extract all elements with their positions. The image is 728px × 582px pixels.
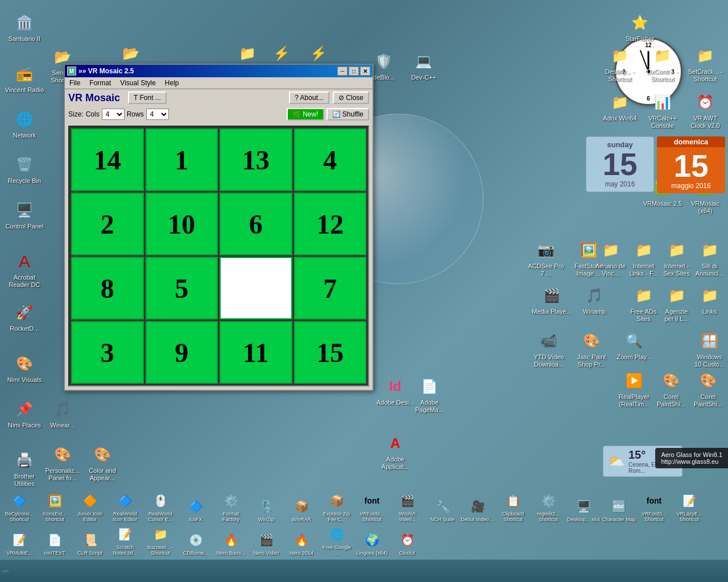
desktop-icon-personalize[interactable]: 🎨 Personaliz... Panel fo... [43, 443, 82, 482]
desktop-icon-mediaplayer[interactable]: 🎬 Media Playe... [532, 284, 572, 315]
desktop-icon-internet-sex[interactable]: 📁 Internet - Sex Sites [661, 239, 692, 277]
menu-visual-style[interactable]: Visual Style [118, 78, 158, 88]
desktop-icon-zoom[interactable]: 🔍 Zoom Play... [614, 330, 654, 368]
bi-nero2014[interactable]: 🔥 Nero 2014 [284, 530, 318, 556]
tile-4[interactable]: 4 [294, 128, 367, 191]
desktop-icon-network[interactable]: 🌐 Network [5, 108, 44, 139]
desktop-icon-vrcalc[interactable]: 📊 VRCalc++ Console [643, 91, 682, 130]
menu-file[interactable]: File [67, 78, 82, 88]
menu-help[interactable]: Help [163, 78, 181, 88]
bi-context[interactable]: 📄 conTEXT [38, 530, 72, 556]
tile-5[interactable]: 5 [146, 257, 218, 319]
desktop-icon-nimi-places[interactable]: 📌 Nimi Places [5, 398, 44, 429]
new-button[interactable]: 🌿 New! [287, 108, 324, 120]
desktop-icon-ytd[interactable]: 📹 YTD Video Downloa... [529, 330, 569, 368]
tile-12[interactable]: 12 [294, 193, 367, 255]
bi-clipboard[interactable]: 📋 Clipboard Shortcut [496, 490, 530, 523]
desktop-icon-adrix[interactable]: 📁 Adrix Win64 [600, 91, 640, 130]
desktop-icon-top4[interactable]: ⚡ [299, 42, 338, 66]
bi-winavi[interactable]: 🎬 WinAVI Video... [390, 490, 424, 523]
bi-becyl[interactable]: 🔷 BeCylcons... Shortcut [2, 490, 36, 523]
desktop-icon-corel1[interactable]: 🎨 Corel PaintShi... [654, 369, 688, 408]
bi-regedit[interactable]: ⚙️ regedit2... Shortcut [531, 490, 565, 523]
desktop-icon-nimi-visuals[interactable]: 🎨 Nimi Visuals [5, 352, 44, 384]
tile-9[interactable]: 9 [146, 321, 218, 384]
desktop-icon-starfisher[interactable]: ⭐ StarFisher [620, 11, 660, 43]
tile-7[interactable]: 7 [294, 257, 367, 319]
desktop-icon-setcrack[interactable]: 📁 SetCrack... - Shortcut [685, 44, 725, 83]
desktop-icon-agenzie[interactable]: 📁 Agenzie per il L... [661, 284, 692, 323]
desktop-icon-jasc[interactable]: 🎨 Jasc Paint Shop Pr... [572, 330, 611, 368]
tile-10[interactable]: 10 [146, 193, 218, 255]
tile-11[interactable]: 11 [220, 321, 292, 384]
desktop-icon-top1[interactable]: 📂 [111, 42, 151, 66]
about-button[interactable]: ? About... [289, 92, 329, 104]
tile-15[interactable]: 15 [294, 321, 367, 384]
desktop-icon-winear[interactable]: 🎵 Winear... [43, 398, 82, 429]
bi-nero-burning[interactable]: 🔥 Nero Burni... [214, 530, 248, 556]
tile-8[interactable]: 8 [71, 257, 144, 319]
desktop-icon-acrobat[interactable]: A Acrobat Reader DC [5, 250, 44, 289]
desktop-icon-win10custom[interactable]: 🪟 Windows 10 Custo... [694, 330, 725, 368]
bi-nch[interactable]: 🔧 NCH Suite [425, 496, 460, 523]
bi-junior[interactable]: 🔶 Junior Icon Editor [73, 490, 107, 523]
desktop-icon-color[interactable]: 🎨 Color and Appear... [82, 443, 122, 482]
bi-vrfonts[interactable]: font VRFonts... Shortcut [355, 490, 389, 523]
tile-2[interactable]: 2 [71, 193, 144, 255]
shuffle-button[interactable]: 🔄 Shuffle [326, 108, 369, 120]
bi-buzzword[interactable]: 📁 buzzwor... - Shortcut [143, 524, 177, 556]
desktop-icon-acdsee[interactable]: 📷 ACDSee Pro 7 ... [526, 239, 566, 277]
font-button[interactable]: T Font ... [128, 92, 167, 104]
bi-scratch[interactable]: 📝 Scratch Notes.txt... [108, 524, 142, 556]
desktop-icon-recycle[interactable]: 🗑️ Recycle Bin [5, 153, 44, 185]
close-button[interactable]: ⊘ Close [333, 92, 369, 104]
bi-freegoogle[interactable]: 🌐 Free Google ... [320, 524, 354, 556]
bi-clrscript[interactable]: 📜 CLR Script [73, 530, 107, 556]
cols-select[interactable]: 435 [102, 109, 125, 120]
desktop-icon-destiny[interactable]: 📁 Destiny... - Shortcut [600, 44, 640, 83]
desktop-icon-top3[interactable]: ⚡ [262, 42, 301, 66]
desktop-icon-faststone[interactable]: 🖼️ FastStone Image ... [569, 239, 609, 277]
desktop-icon-winamp[interactable]: 🎵 Winamp [574, 284, 614, 315]
bi-format-factory[interactable]: ⚙️ Format Factory [214, 490, 248, 523]
bi-realworld-icon[interactable]: 🔷 RealWorld Icon Editor [108, 490, 142, 523]
bi-iconsext[interactable]: 🖼️ IconsExt... Shortcut [38, 490, 72, 523]
bi-express-zip[interactable]: 📦 Express Zip File C... [320, 490, 354, 523]
bi-charmap[interactable]: 🔤 Character Map [602, 496, 636, 523]
bi-vrmulti[interactable]: 📝 VRMultiE... [2, 530, 36, 556]
desktop-icon-devcpp[interactable]: 💻 Dev-C++ [404, 50, 444, 81]
desktop-icon-adobe-app[interactable]: A Adobe Applicat... [375, 432, 415, 471]
tile-1[interactable]: 1 [146, 128, 218, 191]
desktop-icon-rocket[interactable]: 🚀 RocketD... [5, 301, 44, 332]
desktop-icon-internet-links[interactable]: 📁 Internet Links - F... [628, 239, 659, 277]
bi-icofx[interactable]: 🔷 IcoFX [179, 496, 213, 523]
bi-desktop[interactable]: 🖥️ Desktop... x64 [566, 496, 601, 523]
bi-winrar[interactable]: 📦 WinRAR [284, 496, 318, 523]
desktop-icon-vrawt[interactable]: ⏰ VR AWT Clock v2.0 [685, 91, 725, 130]
vr-close-window-button[interactable]: ✕ [360, 66, 370, 76]
desktop-icon-control-panel[interactable]: 🖥️ Control Panel [5, 199, 44, 230]
bi-cdburner[interactable]: 💿 CDBurne... [179, 530, 213, 556]
desktop-icon-freeads[interactable]: 📁 Free ADs Sites [628, 284, 659, 323]
bi-debut[interactable]: 🎥 Debut Video ... [461, 496, 495, 523]
tile-empty[interactable] [220, 257, 292, 319]
desktop-icon-santuario[interactable]: 🏛️ Santuario II [5, 11, 44, 43]
bi-lingoes[interactable]: 🌍 Lingoes (x64) [355, 530, 389, 556]
desktop-icon-pagemaker[interactable]: 📄 Adobe PageMa... [410, 375, 449, 414]
desktop-icon-brother[interactable]: 🖨️ Brother Utilities [5, 449, 44, 488]
tile-14[interactable]: 14 [71, 128, 144, 191]
bi-winzip[interactable]: 🗜️ WinZip [249, 496, 283, 523]
bi-vrlazy[interactable]: 📝 VRLazyE... Shortcut [672, 490, 706, 523]
bi-realworld-cursor[interactable]: 🖱️ RealWorld Cursor E... [143, 490, 177, 523]
bi-clockx[interactable]: ⏰ ClockX [390, 530, 424, 556]
tile-3[interactable]: 3 [71, 321, 144, 384]
rows-select[interactable]: 435 [146, 109, 169, 120]
desktop-icon-realplayer[interactable]: ▶️ RealPlayer (RealTim... [617, 369, 651, 408]
vr-maximize-button[interactable]: □ [349, 66, 359, 76]
desktop-icon-links[interactable]: 📁 Links [694, 284, 725, 323]
vr-minimize-button[interactable]: ─ [337, 66, 348, 76]
desktop-icon-siti[interactable]: 📁 Siti di Annunci... [694, 239, 725, 277]
bi-vrfonts2[interactable]: font VRFontS... Shortcut [637, 490, 671, 523]
desktop-icon-dxcontr[interactable]: 📁 DxContr... - Shortcut [643, 44, 682, 83]
bi-nero-video[interactable]: 🎬 Nero Video [249, 530, 283, 556]
